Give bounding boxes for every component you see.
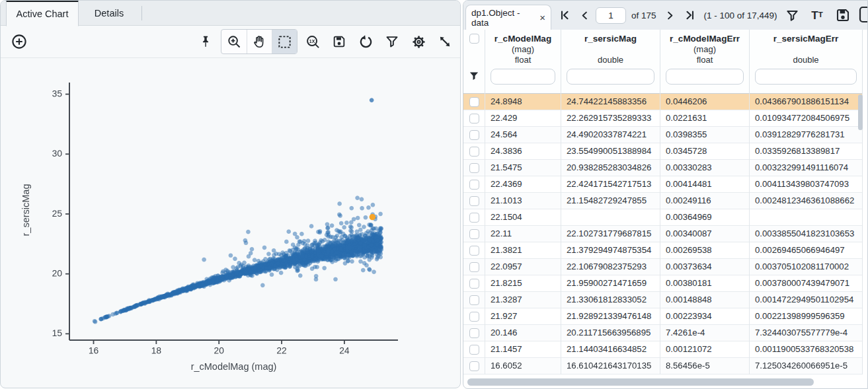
row-checkbox[interactable] <box>469 229 479 239</box>
table-row[interactable]: 21.92721.9289213394761480.002239340.0022… <box>463 308 863 325</box>
scatter-chart: r_cModelMag (mag) r_sersicMag <box>1 1 461 388</box>
table-row[interactable]: 24.894824.744221458833560.04462060.04366… <box>463 94 863 110</box>
row-checkbox[interactable] <box>469 163 479 173</box>
next-page-button[interactable] <box>662 7 679 24</box>
pin-chart-button[interactable] <box>194 30 217 53</box>
box-select-button[interactable] <box>272 30 297 53</box>
select-all-checkbox[interactable] <box>469 34 479 44</box>
column-filter-input[interactable] <box>567 69 654 85</box>
tab-active-chart[interactable]: Active Chart <box>6 0 79 26</box>
row-checkbox[interactable] <box>469 295 479 305</box>
table-row[interactable]: 21.101321.154827292478550.002491160.0024… <box>463 193 863 209</box>
chart-tab-bar: Active Chart Details <box>1 1 460 26</box>
column-filter-input[interactable] <box>491 69 555 85</box>
close-tab-icon[interactable]: × <box>539 12 545 23</box>
last-page-icon <box>685 10 695 20</box>
row-checkbox[interactable] <box>469 97 479 107</box>
row-checkbox[interactable] <box>469 196 479 206</box>
row-checkbox[interactable] <box>469 312 479 322</box>
chart-panel: r_cModelMag (mag) r_sersicMag Active Cha… <box>0 0 461 388</box>
table-cell: 22.429 <box>485 110 561 127</box>
table-row[interactable]: 16.605216.6104216431701358.56456e-57.125… <box>463 358 863 374</box>
table-row[interactable]: 20.14620.2117156639568957.4261e-47.32440… <box>463 325 863 341</box>
table-cell: 0.00330283 <box>660 160 750 176</box>
row-checkbox[interactable] <box>469 147 479 157</box>
table-row[interactable]: 22.15040.00364969 <box>463 209 863 226</box>
table-cell: 0.03912829776281731 <box>750 127 863 143</box>
table-cell: 21.379294974875354 <box>561 242 660 259</box>
vertical-scrollbar[interactable] <box>858 94 863 375</box>
table-options-partial-icon[interactable] <box>859 5 867 25</box>
table-row[interactable]: 24.383623.5549900513889840.03457280.0335… <box>463 143 863 160</box>
save-table-button[interactable] <box>834 4 852 26</box>
pin-icon <box>198 34 213 49</box>
table-row[interactable]: 22.436922.4241715427175130.004144810.004… <box>463 176 863 193</box>
table-cell: 24.564 <box>485 127 561 143</box>
page-number-input[interactable] <box>596 7 626 24</box>
zoom-in-button[interactable] <box>221 30 247 53</box>
horizontal-scroll-thumb[interactable] <box>467 378 814 386</box>
row-checkbox[interactable] <box>469 262 479 272</box>
scatter-canvas[interactable] <box>1 1 461 388</box>
table-cell: 22.10679082375293 <box>561 259 660 275</box>
table-row[interactable]: 22.1122.1027317796878150.003400870.00338… <box>463 226 863 242</box>
table-row[interactable]: 21.328721.330618128330520.001488480.0014… <box>463 292 863 308</box>
row-checkbox[interactable] <box>469 180 479 190</box>
row-checkbox[interactable] <box>469 246 479 256</box>
column-header-r_sersicMag[interactable]: r_sersicMagdouble <box>561 30 660 94</box>
table-row[interactable]: 21.382121.3792949748753540.002695380.002… <box>463 242 863 259</box>
row-checkbox-cell <box>463 226 485 242</box>
expand-chart-button[interactable] <box>434 30 456 53</box>
table-tab[interactable]: dp1.Object - data × <box>465 5 551 30</box>
table-cell: 0.010934772084506975 <box>750 110 863 127</box>
table-cell: 0.00223934 <box>660 308 750 325</box>
table-row[interactable]: 21.547520.9382852830348260.003302830.003… <box>463 160 863 176</box>
row-checkbox[interactable] <box>469 213 479 223</box>
save-chart-button[interactable] <box>328 30 350 53</box>
table-cell: 21.927 <box>485 308 561 325</box>
table-row[interactable]: 22.42922.2629157352893330.02216310.01093… <box>463 110 863 127</box>
column-header-r_cModelMag[interactable]: r_cModelMag(mag)float <box>485 30 561 94</box>
zoom-original-button[interactable]: 1X <box>301 30 324 53</box>
column-header-r_cModelMagErr[interactable]: r_cModelMagErr(mag)float <box>660 30 750 94</box>
filter-chart-button[interactable] <box>381 30 403 53</box>
tab-details[interactable]: Details <box>79 1 139 26</box>
row-checkbox-cell <box>463 308 485 325</box>
table-row[interactable]: 21.145721.144034166348520.001210720.0011… <box>463 341 863 358</box>
row-checkbox[interactable] <box>469 130 479 140</box>
pan-button[interactable] <box>247 30 272 53</box>
table-cell: 7.4261e-4 <box>660 325 750 341</box>
horizontal-scrollbar[interactable] <box>466 378 865 386</box>
funnel-icon <box>385 34 399 49</box>
prev-page-button[interactable] <box>576 7 593 24</box>
filter-row-icon[interactable] <box>468 70 480 82</box>
plus-circle-icon <box>11 33 28 50</box>
text-options-button[interactable]: TT <box>807 4 827 26</box>
column-header-r_sersicMagErr[interactable]: r_sersicMagErrdouble <box>750 30 863 94</box>
column-filter-input[interactable] <box>755 69 857 85</box>
row-checkbox[interactable] <box>469 361 479 371</box>
table-filter-button[interactable] <box>783 4 801 26</box>
table-cell: 24.8948 <box>485 94 561 110</box>
add-chart-button[interactable] <box>8 30 30 53</box>
table-row[interactable]: 22.095722.106790823752930.003736340.0037… <box>463 259 863 275</box>
column-filter-input[interactable] <box>666 69 744 85</box>
table-cell <box>561 209 660 226</box>
app-window: r_cModelMag (mag) r_sersicMag Active Cha… <box>0 0 868 389</box>
table-row[interactable]: 24.56424.490203378742210.03983550.039128… <box>463 127 863 143</box>
row-checkbox[interactable] <box>469 328 479 338</box>
table-cell: 21.1457 <box>485 341 561 358</box>
first-page-button[interactable] <box>556 7 573 24</box>
restore-chart-button[interactable] <box>354 30 377 53</box>
table-cell: 0.0024812346361088662 <box>750 193 863 209</box>
row-checkbox[interactable] <box>469 345 479 355</box>
row-checkbox[interactable] <box>469 279 479 289</box>
row-checkbox[interactable] <box>469 114 479 124</box>
table-cell: 0.0221631 <box>660 110 750 127</box>
chart-settings-button[interactable] <box>407 30 430 53</box>
save-table-icon <box>835 7 851 23</box>
last-page-button[interactable] <box>682 7 699 24</box>
table-cell: 16.6052 <box>485 358 561 374</box>
table-row[interactable]: 21.821521.959002714716590.003801810.0037… <box>463 275 863 292</box>
vertical-scroll-thumb[interactable] <box>858 94 863 130</box>
